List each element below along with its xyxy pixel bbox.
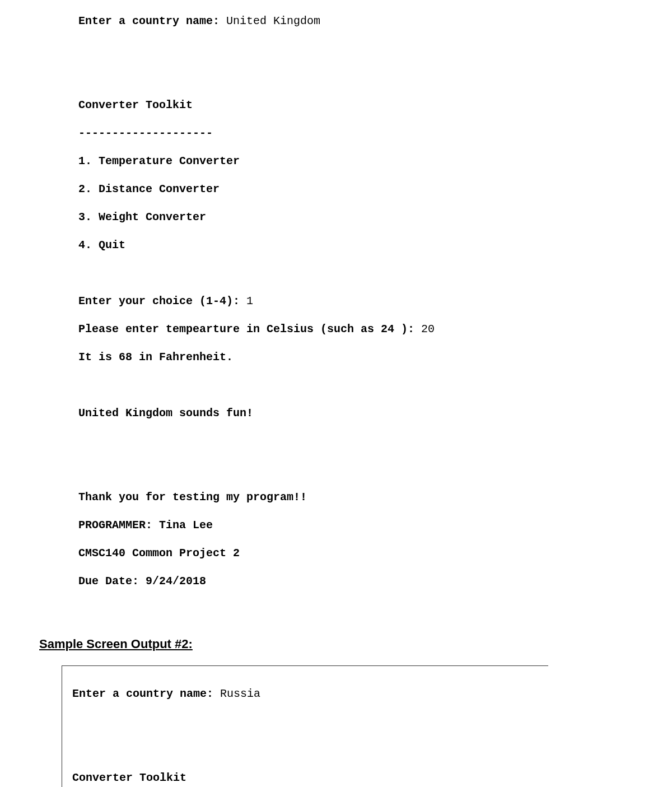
country-value: Russia bbox=[220, 687, 260, 700]
country-prompt-line: Enter a country name: Russia bbox=[72, 687, 548, 701]
temp-result: It is 68 in Fahrenheit. bbox=[78, 350, 672, 364]
blank-line bbox=[78, 434, 672, 448]
blank-line bbox=[72, 715, 548, 729]
choice-value: 1 bbox=[246, 295, 253, 308]
country-prompt-label: Enter a country name: bbox=[78, 15, 226, 27]
blank-line bbox=[78, 42, 672, 56]
choice-line: Enter your choice (1-4): 1 bbox=[78, 294, 672, 308]
blank-line bbox=[78, 378, 672, 392]
toolkit-underline: -------------------- bbox=[78, 126, 672, 140]
menu-item: 3. Weight Converter bbox=[78, 210, 672, 224]
temp-prompt: Please enter tempearture in Celsius (suc… bbox=[78, 323, 421, 336]
blank-line bbox=[78, 266, 672, 280]
temp-line: Please enter tempearture in Celsius (suc… bbox=[78, 322, 672, 336]
thanks-line: Thank you for testing my program!! bbox=[78, 490, 672, 504]
menu-item: 1. Temperature Converter bbox=[78, 154, 672, 168]
menu-item: 4. Quit bbox=[78, 238, 672, 252]
course-line: CMSC140 Common Project 2 bbox=[78, 546, 672, 560]
fun-line: United Kingdom sounds fun! bbox=[78, 406, 672, 420]
blank-line bbox=[78, 462, 672, 476]
document-page: Enter a country name: United Kingdom Con… bbox=[0, 0, 672, 787]
sample-output-2: Enter a country name: Russia Converter T… bbox=[62, 665, 548, 788]
menu-item: 2. Distance Converter bbox=[78, 182, 672, 196]
sample-output-1: Enter a country name: United Kingdom Con… bbox=[78, 0, 672, 616]
blank-line bbox=[72, 743, 548, 757]
due-line: Due Date: 9/24/2018 bbox=[78, 574, 672, 588]
programmer-line: PROGRAMMER: Tina Lee bbox=[78, 518, 672, 532]
sample-2-heading: Sample Screen Output #2: bbox=[39, 636, 672, 652]
blank-line bbox=[78, 70, 672, 84]
country-prompt-label: Enter a country name: bbox=[72, 687, 220, 700]
country-value: United Kingdom bbox=[226, 15, 320, 27]
toolkit-title: Converter Toolkit bbox=[78, 98, 672, 112]
choice-prompt: Enter your choice (1-4): bbox=[78, 295, 246, 308]
temp-value: 20 bbox=[421, 323, 435, 336]
country-prompt-line: Enter a country name: United Kingdom bbox=[78, 14, 672, 28]
toolkit-title: Converter Toolkit bbox=[72, 771, 548, 785]
